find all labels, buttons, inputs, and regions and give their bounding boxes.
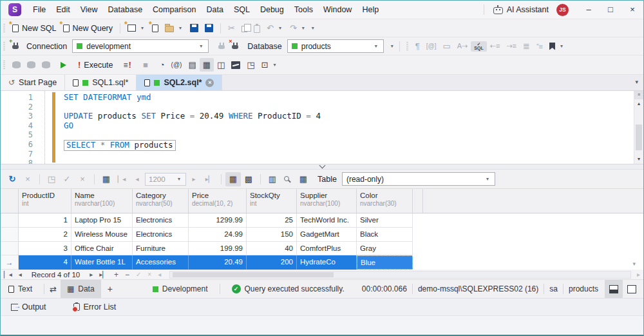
- first-page-button[interactable]: ▏◂: [114, 172, 129, 186]
- undo-button[interactable]: ↶▾: [263, 21, 287, 35]
- cell-supplier[interactable]: TechWorld Inc.: [297, 213, 357, 228]
- delete-record-button[interactable]: −: [122, 270, 133, 279]
- results-grid-button[interactable]: ▦: [200, 58, 214, 72]
- column-header-supplier[interactable]: Suppliernvarchar(100): [297, 189, 357, 213]
- column-view-button[interactable]: ▥: [265, 172, 280, 186]
- cell-color[interactable]: Black: [357, 228, 413, 242]
- prev-page-button[interactable]: ◂: [129, 172, 145, 186]
- save-button[interactable]: [187, 22, 202, 34]
- menu-file[interactable]: File: [28, 1, 51, 19]
- close-tab-icon[interactable]: ×: [205, 79, 214, 87]
- stop-button[interactable]: ■: [140, 58, 151, 72]
- cell-stockqty[interactable]: 200: [247, 255, 297, 270]
- indent-button[interactable]: ⇢≡: [503, 40, 520, 52]
- output-tab[interactable]: Output: [5, 302, 53, 311]
- column-header-productid[interactable]: ProductIDint: [19, 189, 71, 213]
- grid-horizontal-scrollbar[interactable]: [169, 271, 631, 279]
- cell-stockqty[interactable]: 150: [247, 228, 297, 242]
- menu-debug[interactable]: Debug: [255, 1, 289, 19]
- cell-price[interactable]: 20.49: [189, 255, 247, 270]
- db-edit-button[interactable]: [9, 59, 24, 70]
- first-record-button[interactable]: ▏◂: [1, 271, 15, 278]
- db-check-button[interactable]: [39, 59, 53, 70]
- table-row[interactable]: 2Wireless MouseElectronics24.99150Gadget…: [1, 228, 413, 242]
- cell-stockqty[interactable]: 40: [247, 242, 297, 256]
- add-record-button[interactable]: +: [111, 270, 122, 279]
- toggle-full-view-button[interactable]: [623, 280, 641, 298]
- toolbar-grip[interactable]: [3, 61, 5, 70]
- cell-category[interactable]: Electronics: [133, 213, 189, 228]
- cancel-edit-button[interactable]: ×: [144, 271, 155, 278]
- mail-results-button[interactable]: (@): [168, 59, 185, 70]
- data-view-tab[interactable]: ▦ Data: [61, 280, 101, 298]
- cancel-changes-button[interactable]: ×: [75, 172, 90, 186]
- cell-price[interactable]: 24.99: [189, 228, 247, 242]
- minimize-button[interactable]: –: [578, 1, 600, 19]
- menu-tools[interactable]: Tools: [289, 1, 318, 19]
- db-attach-button[interactable]: [24, 59, 39, 70]
- results-splitter[interactable]: [1, 164, 643, 170]
- swap-views-button[interactable]: ⇄: [50, 284, 57, 294]
- cell-productid[interactable]: 2: [19, 228, 71, 242]
- table-row[interactable]: 3Office ChairFurniture199.9940ComfortPlu…: [1, 242, 413, 256]
- tab-sql1[interactable]: SQL1.sql*: [65, 75, 137, 90]
- export-grid-button[interactable]: ▦: [296, 172, 311, 186]
- apply-changes-button[interactable]: ✓: [59, 172, 75, 186]
- column-header-price[interactable]: Pricedecimal(10, 2): [189, 189, 247, 213]
- last-page-button[interactable]: ▸▏: [202, 172, 217, 186]
- export-picture-button[interactable]: ◳: [44, 172, 59, 186]
- next-record-button[interactable]: ▸: [86, 271, 96, 278]
- toggle-bottom-panel-button[interactable]: [605, 280, 623, 298]
- results-layout-button[interactable]: ◫: [214, 58, 228, 72]
- scrollbar-thumb[interactable]: [636, 124, 642, 150]
- copy-button[interactable]: [238, 22, 251, 34]
- error-list-tab[interactable]: Error List: [67, 302, 123, 311]
- toolbar-overflow-button[interactable]: ▾: [310, 25, 316, 31]
- column-header-color[interactable]: Colornvarchar(30): [357, 189, 413, 213]
- maximize-button[interactable]: □: [600, 1, 621, 19]
- cell-price[interactable]: 199.99: [189, 242, 247, 256]
- cell-color[interactable]: Blue: [357, 255, 413, 270]
- table-row[interactable]: →4Water Bottle 1LAccessories20.49200Hydr…: [1, 255, 413, 270]
- execute-button[interactable]: ! Execute: [75, 58, 117, 72]
- next-page-button[interactable]: ▸: [186, 172, 202, 186]
- refresh-button[interactable]: ↻: [5, 172, 20, 186]
- cell-name[interactable]: Laptop Pro 15: [71, 213, 133, 228]
- new-file-button[interactable]: *: [149, 23, 162, 34]
- column-header-stockqty[interactable]: StockQtyint: [247, 189, 297, 213]
- new-window-button[interactable]: * ▾: [124, 23, 149, 34]
- new-sql-button[interactable]: * New SQL: [9, 22, 60, 35]
- tab-sql2[interactable]: SQL2.sql* ×: [137, 75, 222, 90]
- cell-productid[interactable]: 4: [19, 255, 71, 270]
- accept-changes-button[interactable]: ✓: [133, 271, 144, 278]
- cell-category[interactable]: Electronics: [133, 228, 189, 242]
- execute-script-button[interactable]: ≡ !: [120, 58, 135, 72]
- mail-template-button[interactable]: [@]: [423, 41, 440, 52]
- card-view-button[interactable]: ▩: [241, 172, 256, 186]
- redo-button[interactable]: ↷▾: [287, 21, 310, 35]
- new-query-button[interactable]: * New Query: [60, 22, 117, 35]
- table-row[interactable]: 1Laptop Pro 15Electronics1299.9925TechWo…: [1, 213, 413, 228]
- column-header-category[interactable]: Categorynvarchar(50): [133, 189, 189, 213]
- text-view-tab[interactable]: Text: [2, 280, 39, 298]
- cell-productid[interactable]: 1: [19, 213, 71, 228]
- scroll-up-icon[interactable]: ▴: [634, 99, 643, 108]
- save-all-button[interactable]: [202, 22, 216, 34]
- disconnect-button[interactable]: ×: [229, 41, 242, 52]
- page-size-select[interactable]: 1200▾: [145, 173, 186, 186]
- cell-color[interactable]: Silver: [357, 213, 413, 228]
- editor-scrollbar[interactable]: ≡ ▴ ▾: [634, 91, 643, 164]
- last-record-button[interactable]: ▸▏: [96, 271, 111, 278]
- chart-button[interactable]: [228, 59, 243, 71]
- cell-category[interactable]: Furniture: [133, 242, 189, 256]
- cell-supplier[interactable]: HydrateCo: [297, 255, 357, 270]
- menu-comparison[interactable]: Comparison: [147, 1, 201, 19]
- scroll-right-icon[interactable]: ▸: [634, 271, 643, 278]
- comment-button[interactable]: ”≡: [533, 41, 546, 52]
- editor-code[interactable]: SET DATEFORMAT ymdUPDATE products SET Pr…: [64, 93, 630, 164]
- menu-edit[interactable]: Edit: [51, 1, 75, 19]
- toolbar-grip[interactable]: [3, 42, 5, 51]
- connect-button[interactable]: [215, 41, 229, 52]
- menu-data[interactable]: Data: [201, 1, 228, 19]
- bookmark-button[interactable]: [546, 41, 558, 52]
